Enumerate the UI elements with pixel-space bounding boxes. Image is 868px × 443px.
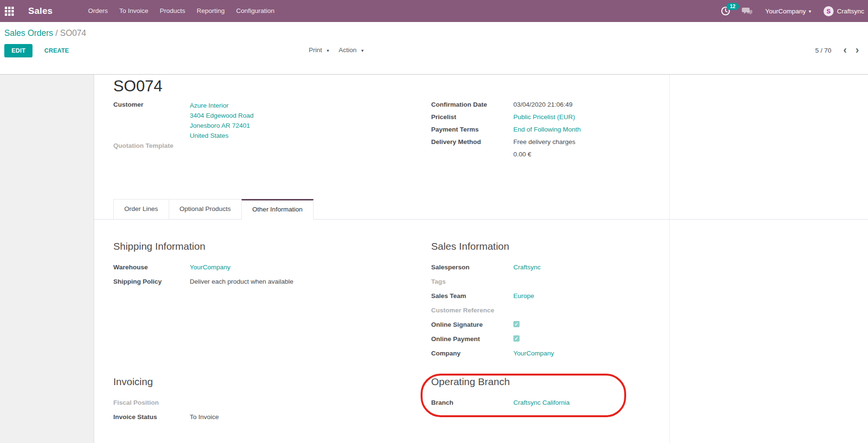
user-menu[interactable]: S Craftsync	[824, 6, 864, 16]
customer-address-line[interactable]: 3404 Edgewood Road	[190, 111, 254, 121]
tags-label: Tags	[431, 277, 513, 286]
menu-configuration[interactable]: Configuration	[230, 0, 280, 22]
online-signature-label: Online Signature	[431, 321, 513, 329]
invoice-status-value: To Invoice	[190, 413, 219, 421]
online-payment-label: Online Payment	[431, 335, 513, 343]
tab-other-information[interactable]: Other Information	[241, 199, 314, 220]
tab-content-other-information: Shipping Information Warehouse YourCompa…	[94, 241, 868, 442]
quotation-template-label: Quotation Template	[113, 142, 190, 150]
action-dropdown[interactable]: Action ▾	[339, 46, 364, 54]
notebook: Order Lines Optional Products Other Info…	[94, 199, 868, 442]
activity-count-badge: 12	[727, 3, 739, 10]
chevron-down-icon: ▾	[809, 9, 811, 14]
field-online-signature: Online Signature ✓	[431, 321, 652, 335]
tab-order-lines[interactable]: Order Lines	[113, 199, 169, 219]
messages-icon[interactable]	[742, 7, 753, 16]
payment-terms-label: Payment Terms	[431, 125, 513, 133]
check-icon: ✓	[514, 335, 518, 342]
tab-optional-products[interactable]: Optional Products	[169, 199, 242, 219]
edit-button[interactable]: EDIT	[4, 44, 33, 57]
shipping-policy-label: Shipping Policy	[113, 277, 190, 286]
print-dropdown[interactable]: Print ▾	[309, 46, 329, 54]
menu-products[interactable]: Products	[154, 0, 191, 22]
field-online-payment: Online Payment ✓	[431, 335, 652, 349]
form-background-gutter	[0, 75, 94, 443]
warehouse-link[interactable]: YourCompany	[190, 263, 230, 271]
form-view: SO074 Customer Azure Interior 3404 Edgew…	[0, 75, 868, 443]
top-menu: Orders To Invoice Products Reporting Con…	[82, 0, 280, 22]
field-shipping-policy: Shipping Policy Deliver each product whe…	[113, 277, 431, 292]
warehouse-label: Warehouse	[113, 263, 190, 271]
pager-value: 5 / 70	[815, 47, 832, 54]
delivery-amount-value: 0.00 €	[513, 150, 532, 158]
activities-clock-icon[interactable]: 12	[721, 6, 730, 16]
branch-link[interactable]: Craftsync California	[513, 399, 570, 407]
payment-terms-link[interactable]: End of Following Month	[513, 125, 581, 133]
customer-link[interactable]: Azure Interior	[190, 100, 254, 111]
shipping-policy-value: Deliver each product when available	[190, 277, 293, 286]
branch-label: Branch	[431, 399, 513, 407]
field-customer: Customer Azure Interior 3404 Edgewood Ro…	[113, 100, 431, 141]
user-name: Craftsync	[837, 8, 864, 15]
confirmation-date-label: Confirmation Date	[431, 100, 513, 109]
menu-reporting[interactable]: Reporting	[191, 0, 231, 22]
pricelist-label: Pricelist	[431, 113, 513, 121]
customer-label: Customer	[113, 100, 190, 109]
pricelist-link[interactable]: Public Pricelist (EUR)	[513, 113, 575, 121]
online-signature-checkbox[interactable]: ✓	[513, 321, 520, 327]
online-payment-checkbox[interactable]: ✓	[513, 335, 520, 342]
field-warehouse: Warehouse YourCompany	[113, 263, 431, 277]
company-switcher-label: YourCompany	[765, 8, 806, 15]
menu-orders[interactable]: Orders	[82, 0, 113, 22]
field-branch: Branch Craftsync California	[431, 399, 652, 413]
shipping-information-heading: Shipping Information	[113, 241, 431, 252]
control-panel: Sales Orders / SO074 EDIT CREATE Print ▾…	[0, 22, 868, 75]
company-switcher[interactable]: YourCompany ▾	[765, 8, 811, 15]
customer-address-line[interactable]: United States	[190, 131, 254, 141]
fiscal-position-label: Fiscal Position	[113, 399, 190, 407]
sales-team-link[interactable]: Europe	[513, 292, 534, 300]
sheet-right-divider	[669, 75, 670, 443]
sales-information-heading: Sales Information	[431, 241, 652, 252]
breadcrumb-sales-orders[interactable]: Sales Orders	[4, 28, 53, 38]
chevron-down-icon: ▾	[361, 48, 364, 53]
salesperson-link[interactable]: Craftsync	[513, 263, 541, 271]
action-label: Action	[339, 46, 357, 54]
menu-to-invoice[interactable]: To Invoice	[113, 0, 154, 22]
breadcrumb-separator: /	[55, 28, 58, 38]
pager-previous-icon[interactable]: ‹	[839, 45, 851, 55]
invoice-status-label: Invoice Status	[113, 413, 190, 421]
chevron-down-icon: ▾	[327, 48, 329, 53]
company-link[interactable]: YourCompany	[513, 349, 554, 357]
field-customer-reference: Customer Reference	[431, 306, 652, 321]
field-confirmation-date: Confirmation Date 03/04/2020 21:06:49	[431, 100, 652, 113]
customer-address-line[interactable]: Jonesboro AR 72401	[190, 121, 254, 131]
confirmation-date-value: 03/04/2020 21:06:49	[513, 100, 573, 109]
customer-reference-label: Customer Reference	[431, 306, 513, 314]
print-label: Print	[309, 46, 322, 54]
user-avatar: S	[824, 6, 834, 16]
topbar: Sales Orders To Invoice Products Reporti…	[0, 0, 868, 22]
field-pricelist: Pricelist Public Pricelist (EUR)	[431, 113, 652, 125]
field-delivery-method: Delivery Method Free delivery charges	[431, 138, 652, 150]
field-company: Company YourCompany	[431, 349, 652, 364]
operating-branch-heading: Operating Branch	[431, 376, 652, 388]
form-sheet: SO074 Customer Azure Interior 3404 Edgew…	[94, 75, 868, 443]
invoicing-heading: Invoicing	[113, 376, 431, 388]
check-icon: ✓	[514, 321, 518, 327]
app-name[interactable]: Sales	[28, 6, 53, 16]
pager-next-icon[interactable]: ›	[851, 45, 863, 55]
breadcrumb: Sales Orders / SO074	[4, 28, 86, 38]
salesperson-label: Salesperson	[431, 263, 513, 271]
delivery-method-label: Delivery Method	[431, 138, 513, 146]
pager: 5 / 70 ‹ ›	[815, 45, 863, 55]
field-quotation-template: Quotation Template	[113, 142, 431, 154]
tab-bar: Order Lines Optional Products Other Info…	[94, 199, 868, 220]
breadcrumb-current: SO074	[60, 28, 86, 38]
create-button[interactable]: CREATE	[44, 47, 69, 54]
delivery-method-value: Free delivery charges	[513, 138, 575, 146]
apps-menu-icon[interactable]	[5, 7, 14, 16]
sales-team-label: Sales Team	[431, 292, 513, 300]
order-title: SO074	[113, 78, 868, 95]
field-sales-team: Sales Team Europe	[431, 292, 652, 306]
